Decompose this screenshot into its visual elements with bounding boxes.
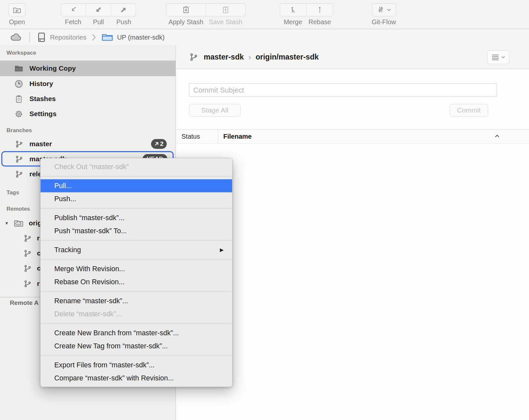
sidebar-item-settings[interactable]: Settings [0, 106, 176, 121]
tags-header: Tags [7, 189, 19, 196]
menu-item-create-tag[interactable]: Create New Tag from “master-sdk”... [41, 340, 232, 353]
sort-chevron-up-icon [495, 134, 500, 138]
merge-icon [289, 5, 298, 14]
apply-stash-icon [181, 5, 191, 14]
clock-icon [14, 79, 23, 88]
branch-icon [24, 280, 32, 288]
remotes-header: Remotes [7, 206, 30, 212]
origin-label: orig [29, 219, 42, 227]
fetch-label: Fetch [60, 18, 86, 26]
menu-separator [41, 323, 232, 324]
filename-column-header[interactable]: Filename [223, 133, 252, 140]
stash-group: Apply Stash Save Stash [166, 3, 246, 26]
repositories-drive-icon[interactable] [37, 32, 46, 43]
push-label: Push [111, 18, 136, 26]
pull-button[interactable] [86, 3, 111, 16]
workspace-header: Workspace [7, 50, 36, 56]
stage-all-button[interactable]: Stage All [189, 104, 241, 116]
ahead-count-badge: 2 [151, 139, 167, 149]
save-stash-label: Save Stash [206, 18, 246, 26]
branch-icon [15, 155, 23, 163]
menu-item-rebase-on-revision[interactable]: Rebase On Revision... [41, 275, 232, 289]
settings-label: Settings [29, 110, 57, 118]
branch-context-menu: Check Out “master-sdk” Pull... Push... P… [40, 158, 232, 387]
breadcrumb-repo[interactable]: UP (master-sdk) [117, 34, 164, 41]
sidebar-branch-master[interactable]: master 2 [0, 136, 176, 151]
push-button[interactable] [111, 3, 136, 16]
pull-label: Pull [86, 18, 111, 26]
sidebar-item-stashes[interactable]: Stashes [0, 91, 176, 106]
menu-item-export-files[interactable]: Export Files from “master-sdk”... [41, 359, 232, 372]
menu-separator [41, 176, 232, 177]
stashes-label: Stashes [29, 95, 56, 103]
git-flow-label: Git-Flow [369, 18, 399, 26]
breadcrumb-repositories[interactable]: Repositories [50, 34, 86, 41]
branch-separator: › [248, 53, 251, 62]
menu-item-delete: Delete “master-sdk”... [41, 307, 232, 321]
menu-item-checkout: Check Out “master-sdk” [41, 160, 232, 173]
menu-item-push[interactable]: Push... [41, 192, 232, 205]
save-stash-icon [221, 5, 230, 14]
menu-separator [41, 355, 232, 356]
git-flow-button[interactable] [372, 3, 396, 16]
breadcrumb-divider [29, 32, 30, 43]
current-branch-label: master-sdk [204, 53, 244, 61]
gear-icon [14, 110, 23, 118]
menu-separator [41, 240, 232, 241]
tracking-branch-label: origin/master-sdk [256, 53, 319, 61]
merge-button[interactable] [280, 3, 307, 16]
open-label: Open [9, 18, 26, 26]
menu-separator [41, 259, 232, 260]
menu-item-compare[interactable]: Compare “master-sdk” with Revision... [41, 372, 232, 385]
pull-icon [94, 5, 103, 14]
git-flow-chevron-down-icon [387, 9, 391, 11]
open-button[interactable] [9, 3, 26, 16]
sidebar-item-history[interactable]: History [0, 76, 176, 91]
menu-item-create-branch[interactable]: Create New Branch from “master-sdk”... [41, 326, 232, 340]
save-stash-button[interactable] [206, 3, 246, 16]
git-flow-icon [377, 6, 385, 14]
merge-label: Merge [280, 18, 306, 26]
branches-header: Branches [7, 127, 32, 134]
remote-folder-cloud-icon [14, 219, 24, 228]
remote-accounts-header: Remote A [10, 299, 39, 306]
menu-item-push-to[interactable]: Push “master-sdk” To... [41, 224, 232, 237]
submenu-arrow-icon: ▶ [220, 243, 224, 256]
menu-item-merge-with-revision[interactable]: Merge With Revision... [41, 262, 232, 275]
view-options-button[interactable] [487, 50, 509, 64]
branch-master-label: master [29, 140, 52, 148]
push-icon [119, 5, 128, 14]
branch-header-bar: master-sdk › origin/master-sdk [176, 45, 529, 69]
list-lines-icon [491, 54, 499, 61]
fetch-icon [69, 5, 78, 14]
column-divider[interactable] [218, 130, 218, 143]
branch-release-label: rele [29, 170, 42, 178]
commit-subject-input[interactable] [189, 83, 497, 97]
file-table-header: Status Filename [176, 130, 529, 144]
working-copy-label: Working Copy [29, 64, 76, 72]
merge-rebase-group: Merge Rebase [280, 3, 333, 26]
apply-stash-button[interactable] [166, 3, 206, 16]
commit-button[interactable]: Commit [450, 104, 488, 116]
status-column-header[interactable]: Status [181, 133, 200, 140]
remote-branch-label: r [37, 234, 40, 242]
rebase-label: Rebase [306, 18, 333, 26]
sidebar-item-working-copy[interactable]: Working Copy [0, 61, 176, 76]
branch-icon [24, 234, 32, 242]
clipboard-icon [14, 95, 23, 103]
cloud-icon[interactable] [10, 33, 22, 42]
menu-item-rename[interactable]: Rename “master-sdk”... [41, 294, 232, 307]
menu-item-publish[interactable]: Publish “master-sdk”... [41, 211, 232, 224]
rebase-icon [315, 5, 324, 14]
fetch-pull-push-group: Fetch Pull Push [60, 3, 136, 26]
rebase-button[interactable] [306, 3, 333, 16]
arrow-up-right-icon [154, 142, 159, 146]
branch-icon [15, 140, 23, 148]
menu-item-pull[interactable]: Pull... [41, 179, 232, 192]
menu-item-tracking[interactable]: Tracking ▶ [41, 243, 232, 256]
repo-folder-icon [101, 33, 113, 42]
menu-separator [41, 208, 232, 209]
disclosure-triangle-icon[interactable]: ▼ [5, 221, 9, 226]
branch-icon [189, 53, 198, 61]
fetch-button[interactable] [61, 3, 86, 16]
